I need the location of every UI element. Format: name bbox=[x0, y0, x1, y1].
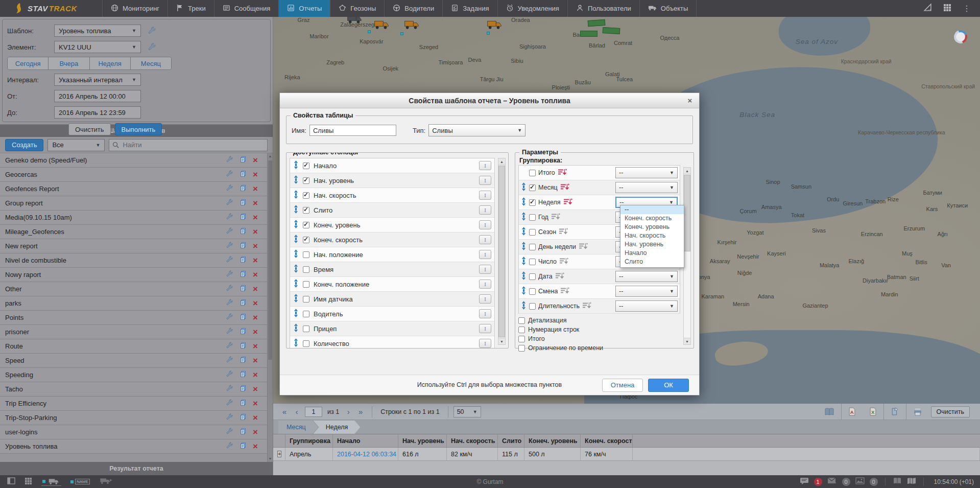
move-updown-icon[interactable] bbox=[293, 338, 299, 348]
edit-wrench-icon[interactable] bbox=[226, 256, 233, 265]
vehicle-marker-icon[interactable] bbox=[374, 19, 389, 32]
close-icon[interactable]: × bbox=[686, 96, 694, 105]
column-checkbox[interactable] bbox=[303, 296, 309, 303]
layers-grid-icon[interactable] bbox=[25, 477, 32, 486]
delete-icon[interactable]: × bbox=[253, 170, 258, 179]
grouping-checkbox[interactable] bbox=[529, 303, 536, 310]
template-list-item[interactable]: Media(09.10.15 10am)× bbox=[0, 211, 267, 225]
rename-column-button[interactable]: I bbox=[479, 161, 491, 170]
edit-wrench-icon[interactable] bbox=[226, 227, 233, 236]
grouping-checkbox[interactable] bbox=[529, 259, 536, 265]
delete-icon[interactable]: × bbox=[253, 256, 258, 265]
tab-globe[interactable]: Мониторинг bbox=[102, 0, 168, 17]
delete-icon[interactable]: × bbox=[253, 370, 258, 379]
rename-column-button[interactable]: I bbox=[479, 250, 491, 259]
move-updown-icon[interactable] bbox=[293, 323, 299, 334]
execute-report-button[interactable]: Выполнить bbox=[115, 123, 162, 135]
move-updown-icon[interactable] bbox=[521, 271, 527, 282]
column-checkbox[interactable] bbox=[303, 251, 309, 258]
grouping-row[interactable]: Дата--▼ bbox=[519, 269, 680, 284]
sort-order-icon[interactable] bbox=[559, 228, 568, 237]
sort-order-icon[interactable] bbox=[558, 169, 567, 177]
clear-result-button[interactable]: Очистить bbox=[931, 406, 970, 417]
copy-icon[interactable] bbox=[240, 313, 247, 322]
edit-wrench-icon[interactable] bbox=[226, 356, 233, 365]
template-list-item[interactable]: Points× bbox=[0, 311, 267, 325]
search-input[interactable] bbox=[109, 139, 268, 151]
log-book-icon[interactable] bbox=[893, 477, 902, 486]
rename-column-button[interactable]: I bbox=[479, 339, 491, 348]
header-cell[interactable]: Нач. скорость bbox=[447, 434, 498, 447]
copy-icon[interactable] bbox=[240, 285, 247, 293]
parameter-checkbox[interactable] bbox=[518, 336, 525, 342]
delete-icon[interactable]: × bbox=[253, 428, 258, 436]
sort-order-icon[interactable] bbox=[579, 243, 588, 251]
ok-button[interactable]: ОК bbox=[648, 379, 689, 392]
template-list-item[interactable]: Speeding× bbox=[0, 368, 267, 382]
vehicle-marker-icon[interactable] bbox=[404, 19, 419, 32]
dropdown-option[interactable]: Нач. уровень bbox=[620, 240, 684, 249]
edit-wrench-icon[interactable] bbox=[226, 385, 233, 393]
template-list-item[interactable]: Уровень топлива× bbox=[0, 439, 267, 454]
column-checkbox[interactable] bbox=[303, 266, 309, 273]
template-list-item[interactable]: Other× bbox=[0, 282, 267, 296]
print-icon[interactable] bbox=[906, 404, 929, 420]
edit-wrench-icon[interactable] bbox=[226, 399, 233, 408]
copy-icon[interactable] bbox=[240, 299, 247, 308]
scroll-up-icon[interactable]: ▲ bbox=[268, 153, 273, 159]
rename-column-button[interactable]: I bbox=[479, 294, 491, 304]
rename-column-button[interactable]: I bbox=[479, 205, 491, 215]
edit-wrench-icon[interactable] bbox=[226, 242, 233, 250]
header-cell[interactable]: Конеч. уровень bbox=[524, 434, 581, 447]
rename-column-button[interactable]: I bbox=[479, 280, 491, 289]
grouping-checkbox[interactable] bbox=[529, 214, 536, 221]
move-updown-icon[interactable] bbox=[293, 235, 299, 245]
parameter-checkbox-row[interactable]: Итого bbox=[517, 334, 694, 343]
column-row[interactable]: Нач. уровеньI bbox=[290, 173, 494, 188]
column-row[interactable]: СлитоI bbox=[290, 203, 494, 218]
grouping-checkbox[interactable] bbox=[529, 184, 536, 191]
vehicle-marker-icon[interactable] bbox=[487, 19, 502, 32]
template-list-item[interactable]: Group report× bbox=[0, 196, 267, 211]
template-list-item[interactable]: Speed× bbox=[0, 354, 267, 368]
quick-range-4[interactable]: Месяц bbox=[130, 57, 171, 69]
copy-icon[interactable] bbox=[240, 170, 247, 179]
column-checkbox[interactable] bbox=[303, 162, 309, 169]
move-updown-icon[interactable] bbox=[521, 212, 527, 222]
quick-range-2[interactable]: Вчера bbox=[48, 57, 89, 69]
delete-icon[interactable]: × bbox=[253, 399, 258, 408]
copy-icon[interactable] bbox=[240, 399, 247, 408]
template-list-item[interactable]: parks× bbox=[0, 296, 267, 311]
scroll-up-icon[interactable]: ▲ bbox=[498, 158, 505, 165]
sort-order-icon[interactable] bbox=[582, 302, 591, 311]
column-checkbox[interactable] bbox=[303, 192, 309, 199]
overflow-menu-icon[interactable]: ⋮ bbox=[963, 4, 971, 13]
copy-icon[interactable] bbox=[240, 270, 247, 279]
move-updown-icon[interactable] bbox=[293, 294, 299, 304]
copy-icon[interactable] bbox=[240, 242, 247, 250]
templates-filter-select[interactable]: Все▼ bbox=[47, 139, 105, 151]
move-updown-icon[interactable] bbox=[293, 309, 299, 319]
rename-column-button[interactable]: I bbox=[479, 191, 491, 200]
dropdown-option[interactable]: Нач. скорость bbox=[620, 231, 684, 240]
grouping-value-select[interactable]: --▼ bbox=[615, 167, 678, 178]
grouping-checkbox[interactable] bbox=[529, 288, 536, 295]
grouping-row[interactable]: Итого--▼ bbox=[519, 166, 680, 180]
delete-icon[interactable]: × bbox=[253, 328, 258, 336]
tab-tasks[interactable]: Задания bbox=[442, 0, 497, 17]
column-checkbox[interactable] bbox=[303, 281, 309, 288]
edit-wrench-icon[interactable] bbox=[226, 285, 233, 293]
table-name-input[interactable] bbox=[309, 125, 396, 136]
grouping-row[interactable]: Длительность--▼ bbox=[519, 299, 680, 314]
template-list-item[interactable]: user-logins× bbox=[0, 425, 267, 439]
copy-icon[interactable] bbox=[240, 227, 247, 236]
grouping-value-select[interactable]: --▼ bbox=[615, 271, 678, 282]
templates-scrollbar[interactable]: ▲ ▼ bbox=[267, 153, 273, 462]
report-result-footer[interactable]: Результат отчета bbox=[0, 462, 273, 475]
template-list-item[interactable]: Geneko demo (Speed/Fuel)× bbox=[0, 153, 267, 168]
quick-range-3[interactable]: Неделя bbox=[89, 57, 130, 69]
delete-icon[interactable]: × bbox=[253, 385, 258, 393]
copy-icon[interactable] bbox=[240, 156, 247, 165]
move-updown-icon[interactable] bbox=[521, 182, 527, 193]
delete-icon[interactable]: × bbox=[253, 313, 258, 322]
